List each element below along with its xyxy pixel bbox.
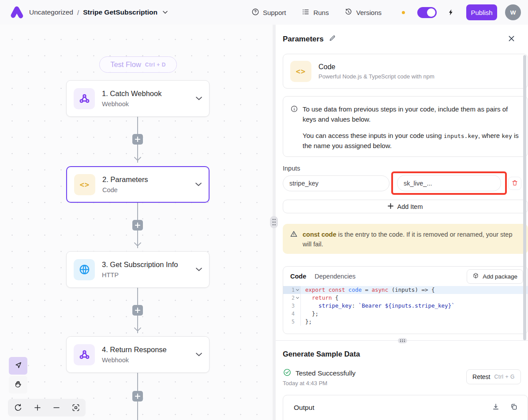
hand-icon	[14, 380, 22, 390]
flow-canvas[interactable]: Test Flow Ctrl + D	[0, 25, 273, 420]
add-step-button[interactable]	[132, 391, 143, 401]
retest-button[interactable]: Retest Ctrl + G	[466, 369, 521, 384]
versions-button[interactable]: Versions	[345, 8, 382, 17]
flow-enabled-toggle[interactable]	[417, 7, 437, 18]
code-line[interactable]: 3 stripe_key: `Bearer ${inputs.stripe_ke…	[283, 302, 528, 310]
toggle-knob	[427, 8, 435, 17]
runs-button[interactable]: Runs	[302, 8, 329, 17]
info-icon	[290, 105, 298, 156]
breadcrumb-separator: /	[77, 9, 79, 16]
select-tool-button[interactable]	[9, 357, 27, 375]
connector-arrow-icon	[134, 157, 141, 161]
code-editor[interactable]: 1export const code = async (inputs) => {…	[283, 286, 528, 326]
warning-icon	[290, 230, 298, 248]
flow-title[interactable]: Stripe GetSubscription	[83, 8, 157, 16]
step-card-catch-webhook[interactable]: 1. Catch Webhook Webhook	[66, 80, 210, 117]
add-item-button[interactable]: Add Item	[283, 200, 528, 213]
step-subtitle: HTTP	[102, 271, 178, 279]
step-settings-panel: Parameters <> Code Powerful Node.js & Ty…	[276, 25, 528, 420]
step-title: 2. Parameters	[102, 175, 148, 184]
chevron-down-icon[interactable]	[196, 97, 202, 100]
step-card-parameters[interactable]: <> 2. Parameters Code	[66, 166, 210, 203]
help-icon	[251, 8, 259, 17]
instant-run-icon[interactable]	[447, 8, 455, 17]
webhook-icon	[74, 88, 95, 109]
section-resize-handle[interactable]	[398, 338, 407, 343]
package-icon	[472, 272, 479, 280]
connector-arrow-icon	[134, 327, 141, 332]
scrollbar-thumb[interactable]	[523, 55, 526, 340]
panel-resize-handle[interactable]	[270, 216, 278, 228]
code-line[interactable]: 5};	[283, 318, 528, 326]
panel-scrollbar[interactable]	[523, 55, 526, 340]
step-subtitle: Webhook	[102, 357, 167, 364]
globe-icon	[74, 259, 95, 280]
connector-arrow-icon	[134, 242, 141, 247]
annotation-highlight-box	[391, 171, 507, 195]
plus-icon	[388, 203, 393, 210]
close-panel-button[interactable]	[508, 35, 515, 42]
breadcrumb: Uncategorized / Stripe GetSubscription	[29, 8, 168, 16]
add-package-label: Add package	[483, 273, 517, 280]
runs-label: Runs	[313, 9, 329, 16]
chevron-down-icon[interactable]	[195, 182, 202, 186]
copy-output-button[interactable]	[510, 403, 518, 412]
support-label: Support	[263, 9, 286, 16]
test-status: Tested Successfully	[283, 368, 356, 379]
code-line[interactable]: 1export const code = async (inputs) => {	[283, 286, 528, 294]
test-flow-shortcut: Ctrl + D	[145, 62, 166, 68]
tab-dependencies[interactable]: Dependencies	[315, 273, 356, 280]
fit-view-button[interactable]	[71, 403, 80, 412]
top-bar-actions: Support Runs Versions Publish W	[236, 4, 521, 20]
delete-input-button[interactable]	[508, 177, 521, 190]
code-warning-banner: const code is the entry to the code. If …	[283, 224, 528, 254]
support-button[interactable]: Support	[251, 8, 286, 17]
code-line[interactable]: 4 };	[283, 310, 528, 318]
reset-view-button[interactable]	[14, 403, 22, 412]
tab-code[interactable]: Code	[290, 273, 306, 280]
code-icon: <>	[290, 61, 311, 82]
step-card-get-subscription-info[interactable]: 3. Get Subscription Info HTTP	[66, 251, 210, 288]
draft-status-dot	[402, 11, 405, 14]
check-circle-icon	[283, 368, 292, 379]
step-title: 1. Catch Webhook	[102, 89, 161, 98]
step-subtitle: Webhook	[102, 100, 161, 108]
webhook-icon	[74, 344, 95, 365]
pan-tool-button[interactable]	[9, 376, 27, 394]
step-title: 3. Get Subscription Info	[102, 260, 178, 269]
zoom-in-button[interactable]	[34, 404, 41, 412]
versions-label: Versions	[356, 9, 382, 16]
test-flow-button[interactable]: Test Flow Ctrl + D	[99, 56, 177, 73]
code-line[interactable]: 2 return {	[283, 294, 528, 302]
publish-button[interactable]: Publish	[466, 4, 497, 20]
app-logo-icon[interactable]	[7, 3, 26, 22]
flow-menu-chevron-icon[interactable]	[163, 11, 168, 14]
chevron-down-icon[interactable]	[196, 268, 202, 271]
output-title: Output	[294, 404, 315, 412]
add-package-button[interactable]: Add package	[467, 269, 523, 284]
zoom-out-button[interactable]	[52, 404, 60, 412]
piece-info-card[interactable]: <> Code Powerful Node.js & TypeScript co…	[283, 54, 528, 89]
test-flow-label: Test Flow	[110, 60, 141, 69]
add-step-button[interactable]	[132, 305, 143, 316]
input-value-field[interactable]	[397, 175, 501, 191]
inputs-info-card: To use data from previous steps in your …	[283, 96, 528, 157]
code-icon: <>	[74, 174, 95, 195]
step-card-return-response[interactable]: 4. Return Response Webhook	[66, 336, 210, 373]
chevron-down-icon[interactable]	[196, 353, 202, 357]
step-subtitle: Code	[102, 186, 148, 193]
cursor-icon	[14, 361, 22, 371]
edit-name-icon[interactable]	[329, 34, 336, 44]
add-step-button[interactable]	[132, 220, 143, 230]
test-timestamp: Today at 4:43 PM	[283, 380, 327, 387]
download-icon	[492, 403, 500, 412]
step-title: 4. Return Response	[102, 346, 167, 354]
breadcrumb-folder[interactable]: Uncategorized	[29, 8, 73, 16]
download-output-button[interactable]	[492, 403, 500, 412]
app-root: Uncategorized / Stripe GetSubscription S…	[0, 0, 528, 420]
add-step-button[interactable]	[132, 134, 143, 145]
avatar[interactable]: W	[505, 4, 521, 20]
input-key-field[interactable]	[283, 175, 389, 191]
canvas-zoom-toolbar	[8, 399, 86, 416]
info-paragraph-1: To use data from previous steps in your …	[303, 104, 520, 125]
